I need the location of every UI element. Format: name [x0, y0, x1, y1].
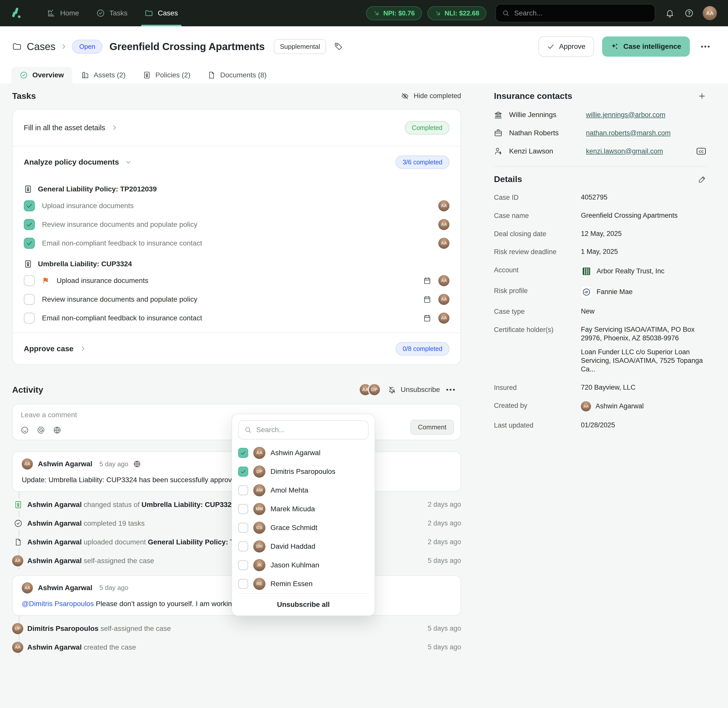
contact-email-link[interactable]: willie.jennings@arbor.com	[586, 111, 665, 119]
subscriber-row[interactable]: DH David Haddad	[238, 537, 368, 556]
task-checkbox[interactable]	[24, 275, 35, 286]
help-button[interactable]	[684, 9, 694, 18]
policy-icon	[24, 260, 32, 268]
subscriber-checkbox[interactable]	[238, 523, 248, 533]
policy-status-icon	[14, 501, 23, 509]
task-label[interactable]: Review insurance documents and populate …	[42, 295, 197, 303]
notifications-button[interactable]	[665, 9, 674, 18]
hide-completed-toggle[interactable]: Hide completed	[401, 92, 461, 100]
subscriber-row[interactable]: JK Jason Kuhlman	[238, 556, 368, 575]
unsubscribe-all-button[interactable]: Unsubscribe all	[238, 593, 368, 615]
edit-details-button[interactable]	[698, 175, 706, 183]
assignee-avatar[interactable]: AA	[438, 294, 450, 305]
contact-email-link[interactable]: nathan.roberts@marsh.com	[586, 129, 671, 137]
subscriber-checkbox[interactable]	[238, 541, 248, 551]
subscriber-checkbox[interactable]	[238, 485, 248, 495]
task-checkbox-checked[interactable]	[24, 238, 35, 249]
contact-email-link[interactable]: kenzi.lawson@gmail.com	[586, 147, 663, 155]
subscriber-checkbox-checked[interactable]	[238, 448, 248, 458]
subscriber-checkbox[interactable]	[238, 560, 248, 570]
check-icon	[240, 469, 246, 474]
subscriber-avatar: GS	[253, 522, 265, 534]
subscriber-checkbox[interactable]	[238, 579, 248, 589]
tab-policies[interactable]: Policies (2)	[134, 67, 199, 83]
brand-logo-icon[interactable]	[11, 7, 23, 20]
actor-name: Ashwin Agarwal	[27, 538, 82, 546]
subscriber-row[interactable]: AA Ashwin Agarwal	[238, 444, 368, 462]
nav-item-tasks[interactable]: Tasks	[88, 0, 136, 26]
popup-search-input[interactable]: Search...	[238, 420, 368, 440]
unsubscribe-button[interactable]: Unsubscribe	[388, 386, 440, 394]
user-avatar[interactable]: AA	[703, 6, 717, 20]
assignee-avatar[interactable]: AA	[438, 219, 450, 230]
nav-label-home: Home	[60, 9, 79, 17]
task-label[interactable]: Review insurance documents and populate …	[42, 221, 197, 229]
detail-label: Last updated	[494, 421, 581, 429]
subscriber-name: Grace Schmidt	[270, 524, 317, 532]
policy-icon	[143, 71, 151, 79]
breadcrumb-root[interactable]: Cases	[27, 41, 55, 52]
comment-submit-button[interactable]: Comment	[410, 420, 454, 435]
task-checkbox-checked[interactable]	[24, 219, 35, 230]
nav-item-home[interactable]: Home	[38, 0, 88, 26]
task-label[interactable]: Upload insurance documents	[42, 202, 134, 210]
insurance-contacts-heading: Insurance contacts	[494, 91, 572, 101]
tab-overview[interactable]: Overview	[11, 67, 73, 83]
subscriber-row[interactable]: RE Remin Essen	[238, 575, 368, 593]
comment-avatar: AA	[22, 458, 33, 470]
assignee-avatar[interactable]: AA	[438, 200, 450, 211]
activity-more-button[interactable]: •••	[446, 386, 456, 394]
task-label[interactable]: Upload insurance documents	[57, 277, 148, 285]
approve-button[interactable]: Approve	[538, 36, 594, 57]
task-group-approve-case[interactable]: Approve case 0/8 completed	[13, 333, 461, 364]
detail-label: Risk profile	[494, 286, 581, 297]
assignee-avatar[interactable]: AA	[438, 275, 450, 286]
add-contact-button[interactable]	[698, 92, 706, 100]
emoji-icon[interactable]	[21, 426, 29, 434]
subscriber-row[interactable]: DP Dimitris Psaropoulos	[238, 462, 368, 481]
subscriber-name: Dimitris Psaropoulos	[270, 467, 335, 476]
tab-policies-label: Policies (2)	[155, 71, 190, 79]
calendar-icon[interactable]	[423, 295, 431, 303]
user-mention-link[interactable]: @Dimitris Psaropoulos	[22, 600, 94, 608]
case-intelligence-button[interactable]: Case intelligence	[602, 36, 690, 57]
assignee-avatar[interactable]: AA	[438, 238, 450, 249]
task-checkbox[interactable]	[24, 312, 35, 324]
subscriber-row[interactable]: MM Marek Micuda	[238, 500, 368, 518]
calendar-icon[interactable]	[423, 314, 431, 322]
calendar-icon[interactable]	[423, 277, 431, 285]
more-actions-button[interactable]: •••	[701, 43, 711, 51]
cc-badge-icon[interactable]: CC	[696, 147, 706, 155]
globe-icon[interactable]	[53, 426, 61, 434]
subscriber-checkbox-checked[interactable]	[238, 467, 248, 477]
breadcrumb[interactable]: Cases	[12, 41, 67, 52]
entry-time: 5 days ago	[422, 557, 461, 564]
watcher-avatars[interactable]: AA DP	[359, 383, 381, 396]
task-group-analyze[interactable]: Analyze policy documents 3/6 completed	[13, 147, 461, 178]
nav-label-tasks: Tasks	[109, 9, 128, 17]
tab-documents[interactable]: Documents (8)	[199, 67, 275, 83]
assignee-avatar[interactable]: AA	[438, 312, 450, 324]
npi-metric-badge[interactable]: NPI: $0.76	[366, 6, 422, 20]
tag-icon[interactable]	[334, 42, 343, 51]
task-label[interactable]: Email non-compliant feedback to insuranc…	[42, 314, 202, 322]
task-label[interactable]: Email non-compliant feedback to insuranc…	[42, 239, 202, 247]
subscriber-row[interactable]: AM Amol Mehta	[238, 481, 368, 500]
task-group-fill-assets[interactable]: Fill in all the asset details Completed	[13, 109, 461, 146]
task-checkbox[interactable]	[24, 294, 35, 305]
top-nav: Home Tasks Cases NPI: $0.76 NLI: $22.68 …	[0, 0, 728, 26]
nav-item-cases[interactable]: Cases	[136, 0, 186, 26]
sparkles-icon	[611, 42, 619, 51]
tab-assets[interactable]: Assets (2)	[73, 67, 134, 83]
subscriber-name: Ashwin Agarwal	[270, 449, 320, 457]
detail-label: Case name	[494, 211, 581, 220]
nli-metric-badge[interactable]: NLI: $22.68	[428, 6, 486, 20]
mention-icon[interactable]	[37, 426, 45, 434]
approve-case-progress-badge: 0/8 completed	[396, 342, 450, 355]
global-search-input[interactable]: Search...	[496, 4, 655, 22]
tab-overview-label: Overview	[32, 71, 64, 79]
task-checkbox-checked[interactable]	[24, 200, 35, 211]
analyze-progress-badge: 3/6 completed	[396, 155, 450, 169]
subscriber-row[interactable]: GS Grace Schmidt	[238, 518, 368, 537]
subscriber-checkbox[interactable]	[238, 504, 248, 514]
